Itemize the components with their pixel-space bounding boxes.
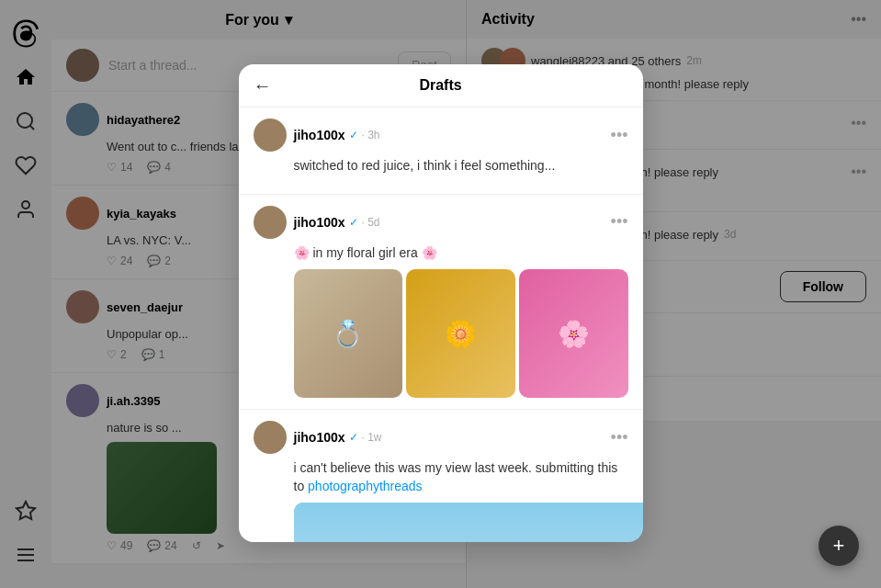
draft-avatar: [254, 206, 287, 239]
draft-more-button[interactable]: •••: [611, 126, 628, 145]
draft-author: jiho100x: [294, 215, 345, 230]
draft-item-header: jiho100x ✓ · 1w •••: [254, 421, 628, 454]
draft-item[interactable]: jiho100x ✓ · 5d ••• 🌸 in my floral girl …: [239, 195, 643, 411]
new-thread-fab[interactable]: +: [819, 526, 859, 566]
draft-author: jiho100x: [294, 430, 345, 445]
modal-overlay[interactable]: ← Drafts jiho100x ✓ · 3h ••• switched to…: [0, 0, 881, 588]
draft-author-row: jiho100x ✓ · 1w: [294, 430, 382, 445]
draft-text: i can't believe this was my view last we…: [294, 459, 628, 495]
draft-item-header: jiho100x ✓ · 3h •••: [254, 119, 628, 152]
draft-time: · 3h: [362, 129, 380, 141]
draft-more-button[interactable]: •••: [611, 428, 628, 447]
draft-text: switched to red juice, i think i feel so…: [294, 157, 628, 175]
draft-image: 🌼: [406, 269, 515, 398]
draft-text: 🌸 in my floral girl era 🌸: [294, 244, 628, 263]
drafts-header: ← Drafts: [239, 64, 643, 107]
draft-avatar: [254, 119, 287, 152]
verified-badge: ✓: [349, 216, 358, 229]
draft-more-button[interactable]: •••: [611, 212, 628, 232]
drafts-modal: ← Drafts jiho100x ✓ · 3h ••• switched to…: [239, 64, 643, 542]
draft-meta: jiho100x ✓ · 5d: [294, 215, 380, 230]
draft-meta: jiho100x ✓ · 3h: [294, 128, 380, 142]
draft-item[interactable]: jiho100x ✓ · 1w ••• i can't believe this…: [239, 410, 643, 542]
draft-image: 🌸: [519, 269, 628, 398]
draft-item-header: jiho100x ✓ · 5d •••: [254, 206, 628, 239]
draft-item[interactable]: jiho100x ✓ · 3h ••• switched to red juic…: [239, 107, 643, 195]
draft-author-row: jiho100x ✓ · 5d: [294, 215, 380, 230]
draft-avatar: [254, 421, 287, 454]
draft-images: 💍 🌼 🌸: [294, 269, 628, 398]
draft-author: jiho100x: [294, 128, 345, 142]
draft-time: · 1w: [362, 431, 382, 444]
verified-badge: ✓: [349, 129, 358, 141]
drafts-title: Drafts: [419, 77, 461, 94]
verified-badge: ✓: [349, 431, 358, 444]
draft-meta: jiho100x ✓ · 1w: [294, 430, 382, 445]
draft-author-row: jiho100x ✓ · 3h: [294, 128, 380, 142]
draft-large-image: [294, 503, 643, 542]
draft-image: 💍: [294, 269, 403, 398]
draft-time: · 5d: [362, 216, 380, 229]
draft-link[interactable]: photographythreads: [308, 479, 423, 493]
back-button[interactable]: ←: [254, 75, 272, 96]
